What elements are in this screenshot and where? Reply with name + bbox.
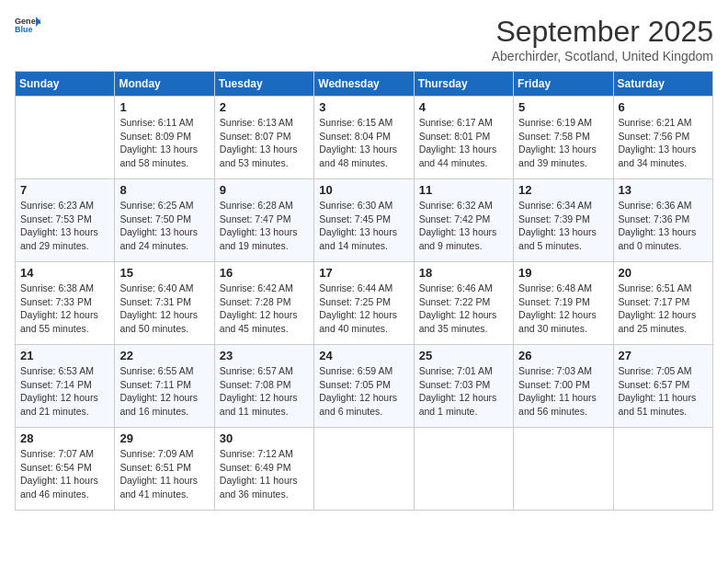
weekday-header-monday: Monday <box>115 72 214 97</box>
calendar-cell: 18Sunrise: 6:46 AMSunset: 7:22 PMDayligh… <box>414 262 513 345</box>
calendar-cell: 20Sunrise: 6:51 AMSunset: 7:17 PMDayligh… <box>613 262 712 345</box>
day-number: 5 <box>518 100 608 114</box>
title-area: September 2025 Aberchirder, Scotland, Un… <box>492 15 713 63</box>
day-number: 25 <box>419 349 508 362</box>
day-info: Sunrise: 6:30 AMSunset: 7:45 PMDaylight:… <box>319 199 408 253</box>
calendar-cell: 14Sunrise: 6:38 AMSunset: 7:33 PMDayligh… <box>16 262 115 345</box>
day-number: 18 <box>419 266 508 280</box>
day-number: 22 <box>119 349 209 362</box>
day-number: 13 <box>619 183 708 197</box>
calendar-cell: 16Sunrise: 6:42 AMSunset: 7:28 PMDayligh… <box>214 262 313 345</box>
calendar-cell: 9Sunrise: 6:28 AMSunset: 7:47 PMDaylight… <box>214 179 313 262</box>
calendar-cell <box>613 428 712 511</box>
calendar-cell: 3Sunrise: 6:15 AMSunset: 8:04 PMDaylight… <box>314 97 414 179</box>
day-info: Sunrise: 6:19 AMSunset: 7:58 PMDaylight:… <box>518 116 608 170</box>
day-info: Sunrise: 6:34 AMSunset: 7:39 PMDaylight:… <box>518 199 608 253</box>
calendar-week-row: 21Sunrise: 6:53 AMSunset: 7:14 PMDayligh… <box>16 345 713 428</box>
weekday-header-friday: Friday <box>514 72 613 97</box>
day-number: 27 <box>619 349 708 362</box>
day-info: Sunrise: 6:53 AMSunset: 7:14 PMDaylight:… <box>20 364 109 419</box>
calendar-cell: 27Sunrise: 7:05 AMSunset: 6:57 PMDayligh… <box>613 345 712 428</box>
calendar-cell: 2Sunrise: 6:13 AMSunset: 8:07 PMDaylight… <box>214 97 313 179</box>
day-info: Sunrise: 6:11 AMSunset: 8:09 PMDaylight:… <box>119 116 209 170</box>
day-info: Sunrise: 7:03 AMSunset: 7:00 PMDaylight:… <box>518 364 608 419</box>
calendar-cell: 26Sunrise: 7:03 AMSunset: 7:00 PMDayligh… <box>514 345 613 428</box>
day-info: Sunrise: 6:13 AMSunset: 8:07 PMDaylight:… <box>220 116 309 170</box>
calendar-cell: 30Sunrise: 7:12 AMSunset: 6:49 PMDayligh… <box>214 428 313 511</box>
calendar-cell: 25Sunrise: 7:01 AMSunset: 7:03 PMDayligh… <box>414 345 513 428</box>
calendar-week-row: 7Sunrise: 6:23 AMSunset: 7:53 PMDaylight… <box>16 179 713 262</box>
day-info: Sunrise: 6:32 AMSunset: 7:42 PMDaylight:… <box>419 199 508 253</box>
day-number: 10 <box>319 183 408 197</box>
day-number: 4 <box>419 100 508 114</box>
calendar-cell: 23Sunrise: 6:57 AMSunset: 7:08 PMDayligh… <box>214 345 313 428</box>
calendar-cell: 10Sunrise: 6:30 AMSunset: 7:45 PMDayligh… <box>314 179 414 262</box>
day-info: Sunrise: 6:46 AMSunset: 7:22 PMDaylight:… <box>419 282 508 336</box>
day-info: Sunrise: 6:15 AMSunset: 8:04 PMDaylight:… <box>319 116 408 170</box>
calendar-cell: 5Sunrise: 6:19 AMSunset: 7:58 PMDaylight… <box>514 97 613 179</box>
day-info: Sunrise: 6:48 AMSunset: 7:19 PMDaylight:… <box>518 282 608 336</box>
calendar-cell <box>514 428 613 511</box>
calendar-table: SundayMondayTuesdayWednesdayThursdayFrid… <box>15 71 713 511</box>
day-info: Sunrise: 6:38 AMSunset: 7:33 PMDaylight:… <box>20 282 109 336</box>
day-number: 23 <box>220 349 309 362</box>
calendar-week-row: 14Sunrise: 6:38 AMSunset: 7:33 PMDayligh… <box>16 262 713 345</box>
month-title: September 2025 <box>492 15 713 49</box>
calendar-cell: 24Sunrise: 6:59 AMSunset: 7:05 PMDayligh… <box>314 345 414 428</box>
day-number: 2 <box>220 100 309 114</box>
day-info: Sunrise: 6:17 AMSunset: 8:01 PMDaylight:… <box>419 116 508 170</box>
day-info: Sunrise: 6:28 AMSunset: 7:47 PMDaylight:… <box>220 199 309 253</box>
day-info: Sunrise: 6:42 AMSunset: 7:28 PMDaylight:… <box>220 282 309 336</box>
calendar-cell: 1Sunrise: 6:11 AMSunset: 8:09 PMDaylight… <box>115 97 214 179</box>
logo-icon: General Blue <box>15 15 40 35</box>
calendar-cell: 13Sunrise: 6:36 AMSunset: 7:36 PMDayligh… <box>613 179 712 262</box>
day-number: 8 <box>119 183 209 197</box>
calendar-cell: 15Sunrise: 6:40 AMSunset: 7:31 PMDayligh… <box>115 262 214 345</box>
day-info: Sunrise: 7:09 AMSunset: 6:51 PMDaylight:… <box>119 447 209 501</box>
logo: General Blue <box>15 15 40 35</box>
day-info: Sunrise: 6:44 AMSunset: 7:25 PMDaylight:… <box>319 282 408 336</box>
day-number: 9 <box>220 183 309 197</box>
day-number: 15 <box>119 266 209 280</box>
weekday-header-sunday: Sunday <box>16 72 115 97</box>
day-number: 3 <box>319 100 408 114</box>
day-number: 29 <box>119 431 209 445</box>
calendar-header-row: SundayMondayTuesdayWednesdayThursdayFrid… <box>16 72 713 97</box>
day-info: Sunrise: 6:21 AMSunset: 7:56 PMDaylight:… <box>619 116 708 170</box>
calendar-cell: 7Sunrise: 6:23 AMSunset: 7:53 PMDaylight… <box>16 179 115 262</box>
calendar-cell: 8Sunrise: 6:25 AMSunset: 7:50 PMDaylight… <box>115 179 214 262</box>
page-header: General Blue September 2025 Aberchirder,… <box>15 15 713 63</box>
day-info: Sunrise: 6:25 AMSunset: 7:50 PMDaylight:… <box>119 199 209 253</box>
day-info: Sunrise: 6:55 AMSunset: 7:11 PMDaylight:… <box>119 364 209 419</box>
calendar-cell: 11Sunrise: 6:32 AMSunset: 7:42 PMDayligh… <box>414 179 513 262</box>
day-info: Sunrise: 6:23 AMSunset: 7:53 PMDaylight:… <box>20 199 109 253</box>
day-number: 17 <box>319 266 408 280</box>
calendar-week-row: 1Sunrise: 6:11 AMSunset: 8:09 PMDaylight… <box>16 97 713 179</box>
day-number: 24 <box>319 349 408 362</box>
day-number: 28 <box>20 431 109 445</box>
weekday-header-saturday: Saturday <box>613 72 712 97</box>
day-info: Sunrise: 6:59 AMSunset: 7:05 PMDaylight:… <box>319 364 408 419</box>
calendar-cell: 17Sunrise: 6:44 AMSunset: 7:25 PMDayligh… <box>314 262 414 345</box>
day-info: Sunrise: 6:36 AMSunset: 7:36 PMDaylight:… <box>619 199 708 253</box>
calendar-cell: 6Sunrise: 6:21 AMSunset: 7:56 PMDaylight… <box>613 97 712 179</box>
day-number: 26 <box>518 349 608 362</box>
day-number: 7 <box>20 183 109 197</box>
location-subtitle: Aberchirder, Scotland, United Kingdom <box>492 49 713 63</box>
day-number: 11 <box>419 183 508 197</box>
day-info: Sunrise: 7:07 AMSunset: 6:54 PMDaylight:… <box>20 447 109 501</box>
day-number: 6 <box>619 100 708 114</box>
day-number: 12 <box>518 183 608 197</box>
calendar-cell <box>16 97 115 179</box>
day-info: Sunrise: 7:12 AMSunset: 6:49 PMDaylight:… <box>220 447 309 501</box>
weekday-header-thursday: Thursday <box>414 72 513 97</box>
day-number: 21 <box>20 349 109 362</box>
day-info: Sunrise: 6:40 AMSunset: 7:31 PMDaylight:… <box>119 282 209 336</box>
calendar-cell: 4Sunrise: 6:17 AMSunset: 8:01 PMDaylight… <box>414 97 513 179</box>
day-info: Sunrise: 6:51 AMSunset: 7:17 PMDaylight:… <box>619 282 708 336</box>
calendar-cell: 21Sunrise: 6:53 AMSunset: 7:14 PMDayligh… <box>16 345 115 428</box>
day-info: Sunrise: 6:57 AMSunset: 7:08 PMDaylight:… <box>220 364 309 419</box>
calendar-cell: 19Sunrise: 6:48 AMSunset: 7:19 PMDayligh… <box>514 262 613 345</box>
day-info: Sunrise: 7:01 AMSunset: 7:03 PMDaylight:… <box>419 364 508 419</box>
calendar-cell: 29Sunrise: 7:09 AMSunset: 6:51 PMDayligh… <box>115 428 214 511</box>
